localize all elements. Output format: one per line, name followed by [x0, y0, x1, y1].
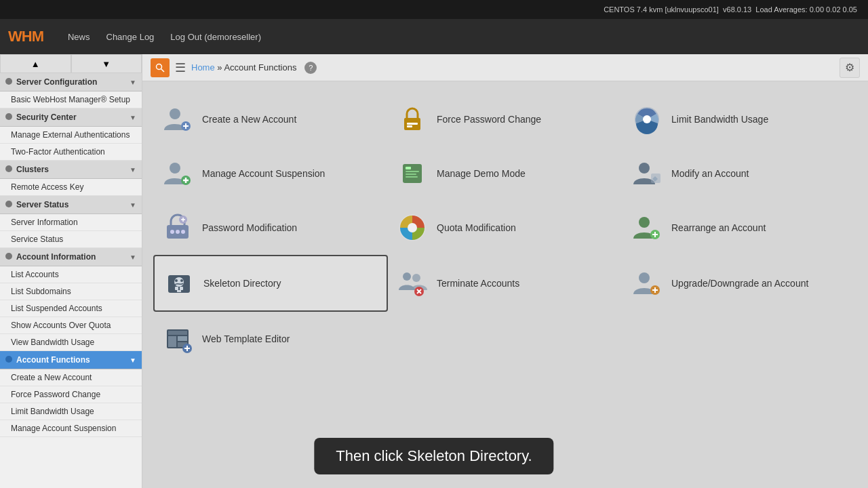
sidebar-item-create-account[interactable]: Create a New Account — [0, 369, 142, 386]
breadcrumb-home[interactable]: Home — [191, 62, 215, 73]
svg-point-30 — [408, 223, 417, 232]
sidebar-item-service-status[interactable]: Service Status — [0, 231, 142, 248]
sidebar-section-clusters[interactable]: Clusters ▼ — [0, 161, 142, 179]
sidebar-section-account-functions[interactable]: Account Functions ▼ — [0, 351, 142, 369]
grid-item-demo-mode[interactable]: Manage Demo Mode — [388, 146, 623, 201]
terminate-icon — [396, 267, 429, 300]
sidebar-item-over-quota[interactable]: Show Accounts Over Quota — [0, 317, 142, 334]
grid-item-rearrange[interactable]: Rearrange an Account — [623, 201, 857, 255]
svg-point-20 — [639, 163, 650, 174]
nav-changelog[interactable]: Change Log — [106, 32, 155, 42]
chevron-down-icon: ▼ — [130, 253, 136, 261]
web-template-label: Web Template Editor — [202, 333, 290, 345]
force-pw-label: Force Password Change — [437, 113, 541, 125]
svg-point-10 — [643, 115, 651, 123]
layout: ▲ ▼ Server Configuration ▼ Basic WebHost… — [0, 54, 868, 488]
manage-suspension-label: Manage Account Suspension — [202, 167, 325, 180]
password-mod-icon — [161, 211, 194, 244]
scroll-down-btn[interactable]: ▼ — [71, 54, 142, 73]
sidebar-item-force-pw[interactable]: Force Password Change — [0, 386, 142, 403]
sidebar-section-label: Server Configuration — [16, 77, 97, 87]
sidebar-item-ext-auth[interactable]: Manage External Authentications — [0, 127, 142, 144]
grid-item-web-template[interactable]: Web Template Editor — [153, 312, 388, 366]
force-pw-icon — [396, 103, 429, 136]
rearrange-icon — [631, 211, 663, 244]
grid-item-terminate[interactable]: Terminate Accounts — [388, 255, 623, 312]
sidebar-section-label: Server Status — [16, 200, 68, 209]
grid-item-password-mod[interactable]: Password Modification — [153, 201, 388, 255]
grid-item-upgrade-downgrade[interactable]: Upgrade/Downgrade an Account — [623, 255, 857, 312]
grid-item-limit-bw[interactable]: Limit Bandwidth Usage — [623, 92, 857, 146]
sidebar-item-bandwidth[interactable]: View Bandwidth Usage — [0, 334, 142, 351]
sidebar-section-server-config[interactable]: Server Configuration ▼ — [0, 73, 142, 92]
sidebar-section-server-status[interactable]: Server Status ▼ — [0, 196, 142, 214]
top-bar: CENTOS 7.4 kvm [uklnvuupsco01] v68.0.13 … — [0, 0, 868, 19]
svg-point-25 — [181, 230, 185, 234]
limit-bw-icon — [631, 103, 663, 136]
scroll-up-btn[interactable]: ▲ — [0, 54, 71, 73]
breadcrumb-current: Account Functions — [224, 62, 296, 73]
grid-item-quota-mod[interactable]: Quota Modification — [388, 201, 623, 255]
svg-rect-52 — [168, 336, 176, 347]
sidebar-section-account-info[interactable]: Account Information ▼ — [0, 248, 142, 266]
demo-mode-label: Manage Demo Mode — [437, 167, 526, 180]
load-averages: Load Averages: 0.00 0.02 0.05 — [755, 5, 857, 14]
modify-account-label: Modify an Account — [671, 167, 749, 180]
svg-point-24 — [176, 230, 180, 234]
sidebar-item-limit-bw[interactable]: Limit Bandwidth Usage — [0, 403, 142, 420]
limit-bw-label: Limit Bandwidth Usage — [671, 113, 768, 125]
settings-button[interactable]: ⚙ — [840, 58, 860, 78]
create-account-icon — [161, 103, 194, 136]
svg-rect-51 — [168, 331, 187, 335]
help-icon[interactable]: ? — [304, 62, 317, 74]
sidebar-item-basic-setup[interactable]: Basic WebHost Manager® Setup — [0, 92, 142, 108]
svg-rect-17 — [406, 171, 419, 172]
sidebar-section-security[interactable]: Security Center ▼ — [0, 108, 142, 127]
breadcrumb-bar: ☰ Home » Account Functions ? ⚙ — [142, 54, 868, 81]
sidebar-item-list-subdomains[interactable]: List Subdomains — [0, 283, 142, 300]
svg-point-31 — [639, 217, 650, 228]
sidebar-item-manage-suspension[interactable]: Manage Account Suspension — [0, 420, 142, 437]
tooltip-text: Then click Skeleton Directory. — [336, 447, 532, 464]
modify-account-icon — [631, 157, 663, 190]
quota-mod-icon — [396, 211, 429, 244]
sidebar: ▲ ▼ Server Configuration ▼ Basic WebHost… — [0, 54, 142, 488]
sidebar-section-label: Account Functions — [16, 355, 90, 365]
grid-item-skeleton-dir[interactable]: Skeleton Directory — [153, 255, 388, 312]
chevron-down-icon: ▼ — [130, 166, 136, 174]
sidebar-item-list-accounts[interactable]: List Accounts — [0, 266, 142, 283]
svg-point-11 — [170, 163, 180, 174]
navbar: WHM News Change Log Log Out (demoreselle… — [0, 19, 868, 54]
main-content: ☰ Home » Account Functions ? ⚙ — [142, 54, 868, 488]
svg-point-37 — [175, 279, 178, 282]
grid-item-create-account[interactable]: Create a New Account — [153, 92, 388, 146]
version: v68.0.13 — [723, 5, 751, 14]
breadcrumb-separator: » — [217, 62, 224, 73]
svg-point-2 — [170, 108, 180, 119]
grid-item-force-pw[interactable]: Force Password Change — [388, 92, 623, 146]
grid-item-manage-suspension[interactable]: Manage Account Suspension — [153, 146, 388, 201]
svg-rect-39 — [175, 287, 178, 290]
rearrange-label: Rearrange an Account — [671, 222, 766, 234]
nav-news[interactable]: News — [68, 32, 90, 42]
sidebar-section-label: Clusters — [16, 165, 49, 174]
sidebar-item-two-factor[interactable]: Two-Factor Authentication — [0, 144, 142, 161]
whm-logo: WHM — [8, 28, 43, 45]
sidebar-item-server-info[interactable]: Server Information — [0, 214, 142, 231]
chevron-down-icon: ▼ — [130, 357, 136, 364]
svg-rect-19 — [406, 176, 418, 178]
hamburger-icon[interactable]: ☰ — [175, 60, 186, 75]
grid-item-modify-account[interactable]: Modify an Account — [623, 146, 857, 201]
search-button[interactable] — [151, 58, 170, 77]
skeleton-dir-icon — [163, 267, 195, 300]
svg-line-1 — [161, 68, 165, 72]
svg-point-36 — [174, 277, 184, 287]
create-account-label: Create a New Account — [202, 113, 296, 125]
nav-logout[interactable]: Log Out (demoreseller) — [170, 32, 261, 42]
skeleton-dir-label: Skeleton Directory — [203, 277, 281, 289]
tooltip-bar: Then click Skeleton Directory. — [314, 438, 553, 474]
sidebar-item-remote-access[interactable]: Remote Access Key — [0, 179, 142, 196]
sidebar-item-list-suspended[interactable]: List Suspended Accounts — [0, 300, 142, 317]
terminate-label: Terminate Accounts — [437, 277, 519, 289]
svg-point-46 — [639, 272, 650, 283]
